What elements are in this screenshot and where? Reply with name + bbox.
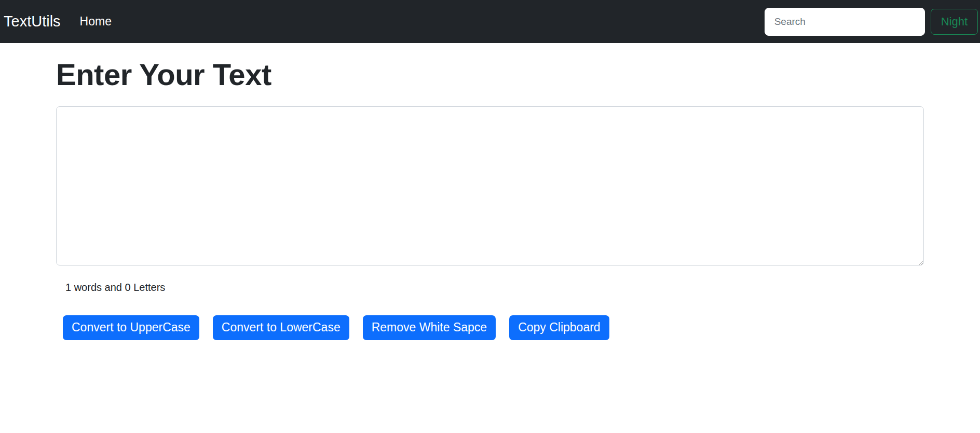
page-title: Enter Your Text (56, 57, 924, 93)
remove-whitespace-button[interactable]: Remove White Sapce (363, 315, 496, 340)
action-button-row: Convert to UpperCase Convert to LowerCas… (63, 315, 924, 340)
convert-lowercase-button[interactable]: Convert to LowerCase (213, 315, 349, 340)
night-mode-toggle-button[interactable]: Night (931, 9, 978, 35)
word-count-summary: 1 words and 0 Letters (65, 282, 924, 294)
navbar: TextUtils Home Night (0, 0, 980, 43)
search-input[interactable] (765, 8, 925, 36)
nav-link-home[interactable]: Home (80, 15, 112, 29)
text-input-area[interactable] (56, 106, 924, 266)
main-content: Enter Your Text 1 words and 0 Letters Co… (0, 57, 980, 340)
brand-link[interactable]: TextUtils (4, 13, 61, 30)
copy-clipboard-button[interactable]: Copy Clipboard (509, 315, 609, 340)
convert-uppercase-button[interactable]: Convert to UpperCase (63, 315, 199, 340)
